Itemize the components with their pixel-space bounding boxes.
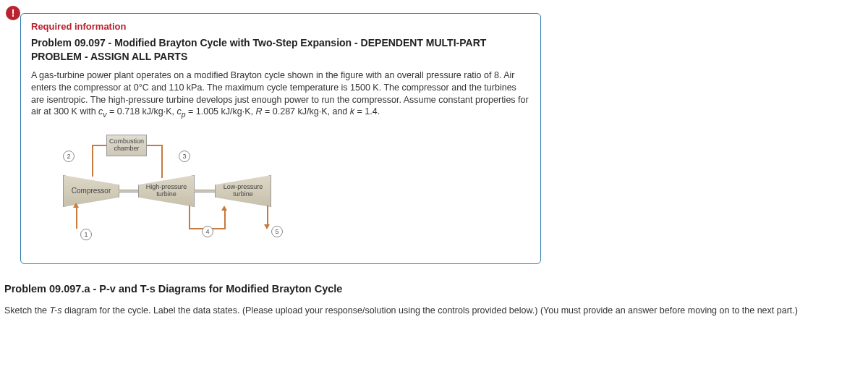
lp-turbine-block: Low-pressure turbine xyxy=(215,175,271,207)
subproblem-title: Problem 09.097.a - P-v and T-s Diagrams … xyxy=(4,283,868,295)
problem-statement: A gas-turbine power plant operates on a … xyxy=(31,69,530,120)
state-1: 1 xyxy=(80,229,92,240)
pipe-inlet xyxy=(76,207,77,229)
pipe-line xyxy=(147,145,163,146)
state-3: 3 xyxy=(179,151,190,162)
pipe-line xyxy=(92,145,106,146)
pipe-line xyxy=(92,161,93,177)
combustion-label: Combustion chamber xyxy=(107,138,146,153)
required-information-panel: Required information Problem 09.097 - Mo… xyxy=(20,13,541,264)
pipe-line xyxy=(224,210,226,229)
shaft-2 xyxy=(194,190,216,192)
brayton-cycle-diagram: Combustion chamber Compressor High-press… xyxy=(37,130,283,253)
subproblem-instruction: Sketch the T-s diagram for the cycle. La… xyxy=(4,305,868,318)
arrow-up-icon xyxy=(73,203,79,208)
combustion-chamber-block: Combustion chamber xyxy=(106,135,147,156)
pipe-outlet xyxy=(267,206,268,226)
hp-turbine-label: High-pressure turbine xyxy=(139,184,194,198)
compressor-block: Compressor xyxy=(63,175,119,207)
pipe-line xyxy=(161,145,163,161)
pipe-line xyxy=(189,206,190,229)
hp-turbine-block: High-pressure turbine xyxy=(138,175,195,207)
lp-turbine-label: Low-pressure turbine xyxy=(216,184,271,198)
compressor-label: Compressor xyxy=(72,187,111,195)
state-5: 5 xyxy=(271,226,283,237)
arrow-down-icon xyxy=(264,224,270,229)
sub-body-suffix: diagram for the cycle. Label the data st… xyxy=(61,305,798,316)
ts-italic: T-s xyxy=(50,305,62,316)
pipe-line xyxy=(92,145,93,161)
required-info-label: Required information xyxy=(31,21,530,32)
pipe-line xyxy=(161,161,163,178)
problem-title: Problem 09.097 - Modified Brayton Cycle … xyxy=(31,36,530,64)
shaft-1 xyxy=(119,190,139,192)
alert-icon: ! xyxy=(6,6,20,20)
sub-body-prefix: Sketch the xyxy=(4,305,50,316)
state-4: 4 xyxy=(202,226,213,237)
arrow-up-icon xyxy=(221,206,227,211)
state-2: 2 xyxy=(63,151,75,162)
